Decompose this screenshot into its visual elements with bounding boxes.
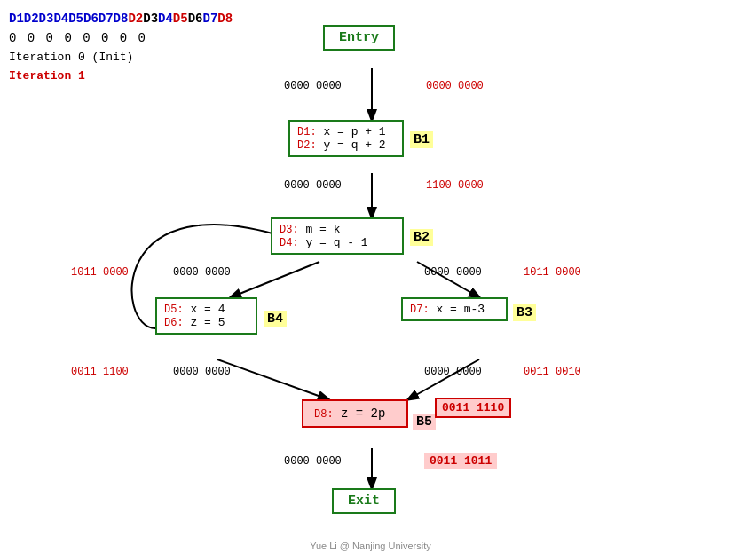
d2-label: D2 bbox=[128, 12, 143, 26]
b4-expr2: z = 5 bbox=[190, 316, 225, 329]
b1-node: D1: x = p + 1 D2: y = q + 2 bbox=[288, 120, 404, 157]
annot-b2-out-left-black: 0000 0000 bbox=[173, 266, 231, 279]
iter1-label: Iteration 1 bbox=[9, 67, 233, 86]
footer: Yue Li @ Nanjing University bbox=[0, 540, 741, 551]
d3-ref: D3: bbox=[280, 224, 299, 236]
b2-line2: D4: y = q - 1 bbox=[280, 236, 395, 249]
annot-b4-out-red: 0011 1100 bbox=[71, 366, 129, 378]
annot-b3-out-black: 0000 0000 bbox=[424, 366, 482, 378]
b2-label: B2 bbox=[410, 229, 433, 246]
d8-ref: D8: bbox=[314, 408, 334, 421]
annot-b1-out-black: 0000 0000 bbox=[284, 179, 342, 192]
d6-label: D6 bbox=[188, 12, 203, 26]
annot-b2-out-left-red: 1011 0000 bbox=[71, 266, 129, 279]
bits-row: 0 0 0 0 0 0 0 0 bbox=[9, 28, 233, 48]
b5-expr1: z = 2p bbox=[341, 406, 385, 421]
annot-b1-out-red: 1100 0000 bbox=[426, 179, 484, 192]
b3-node: D7: x = m-3 bbox=[401, 297, 508, 321]
svg-line-2 bbox=[231, 262, 319, 297]
svg-line-4 bbox=[217, 359, 328, 399]
b5-line1: D8: z = 2p bbox=[314, 406, 396, 421]
b5-in-highlight: 0011 1110 bbox=[435, 398, 511, 418]
d1-label: D1D2D3D4D5D6D7D8 bbox=[9, 12, 128, 26]
annot-entry-out-red: 0000 0000 bbox=[426, 80, 484, 92]
d4-label: D4 bbox=[158, 12, 173, 26]
b1-expr2: y = q + 2 bbox=[323, 138, 385, 152]
entry-node: Entry bbox=[323, 25, 395, 51]
b1-line2: D2: y = q + 2 bbox=[297, 138, 395, 152]
annot-b2-out-right-black: 0000 0000 bbox=[424, 266, 482, 279]
annot-b5-out-red: 0011 1011 bbox=[424, 453, 497, 469]
exit-label: Exit bbox=[348, 493, 380, 509]
d4-ref: D4: bbox=[280, 237, 299, 249]
annot-b2-out-right-red: 1011 0000 bbox=[524, 266, 581, 279]
d6-ref: D6: bbox=[164, 317, 184, 329]
annot-entry-out-black: 0000 0000 bbox=[284, 80, 342, 92]
b3-line1: D7: x = m-3 bbox=[410, 303, 499, 316]
d1-ref: D1: bbox=[297, 126, 317, 138]
b2-node: D3: m = k D4: y = q - 1 bbox=[271, 217, 404, 255]
d5-label: D5 bbox=[173, 12, 188, 26]
b5-node: D8: z = 2p bbox=[302, 399, 408, 428]
d7-ref: D7: bbox=[410, 304, 430, 316]
d3-label: D3 bbox=[143, 12, 158, 26]
b5-label: B5 bbox=[413, 414, 436, 430]
entry-label: Entry bbox=[339, 30, 379, 45]
exit-node: Exit bbox=[332, 488, 396, 514]
b2-expr2: y = q - 1 bbox=[305, 236, 367, 249]
d8-label: D8 bbox=[217, 12, 233, 26]
b4-line2: D6: z = 5 bbox=[164, 316, 248, 329]
b3-label: B3 bbox=[513, 304, 536, 321]
b1-line1: D1: x = p + 1 bbox=[297, 125, 395, 138]
b1-label: B1 bbox=[410, 131, 433, 148]
b4-expr1: x = 4 bbox=[190, 303, 225, 316]
annot-b3-out-red: 0011 0010 bbox=[524, 366, 581, 378]
d2-ref: D2: bbox=[297, 139, 317, 152]
annot-b4-out-black: 0000 0000 bbox=[173, 366, 231, 378]
top-left-legend: D1D2D3D4D5D6D7D8D2D3D4D5D6D7D8 0 0 0 0 0… bbox=[9, 9, 233, 85]
b2-line1: D3: m = k bbox=[280, 223, 395, 236]
d-label-row: D1D2D3D4D5D6D7D8D2D3D4D5D6D7D8 bbox=[9, 9, 233, 28]
b2-expr1: m = k bbox=[305, 223, 340, 236]
d5-ref: D5: bbox=[164, 304, 184, 316]
annot-b5-out-black: 0000 0000 bbox=[284, 455, 342, 468]
d7-label: D7 bbox=[202, 12, 217, 26]
b4-label: B4 bbox=[264, 311, 287, 327]
iter0-label: Iteration 0 (Init) bbox=[9, 49, 233, 67]
b4-line1: D5: x = 4 bbox=[164, 303, 248, 316]
b1-expr1: x = p + 1 bbox=[323, 125, 385, 138]
b4-node: D5: x = 4 D6: z = 5 bbox=[155, 297, 257, 335]
b3-expr1: x = m-3 bbox=[436, 303, 485, 316]
